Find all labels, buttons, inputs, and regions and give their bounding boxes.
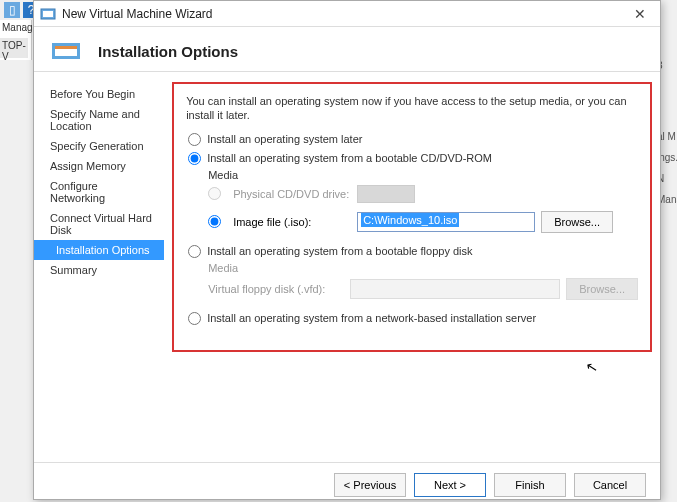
step-configure-networking[interactable]: Configure Networking bbox=[34, 176, 164, 208]
radio-install-floppy[interactable] bbox=[188, 245, 201, 258]
wizard-main: You can install an operating system now … bbox=[164, 72, 660, 462]
svg-rect-1 bbox=[43, 11, 53, 17]
radio-install-network[interactable] bbox=[188, 312, 201, 325]
intro-text: You can install an operating system now … bbox=[186, 94, 638, 123]
page-title: Installation Options bbox=[98, 43, 238, 60]
wizard-icon bbox=[40, 6, 56, 22]
label-install-later: Install an operating system later bbox=[207, 133, 362, 145]
step-summary[interactable]: Summary bbox=[34, 260, 164, 280]
close-button[interactable]: ✕ bbox=[626, 3, 654, 25]
media-label: Media bbox=[208, 169, 638, 181]
step-specify-generation[interactable]: Specify Generation bbox=[34, 136, 164, 156]
label-install-cddvd: Install an operating system from a boota… bbox=[207, 152, 492, 164]
floppy-media-label: Media bbox=[208, 262, 638, 274]
dialog-title: New Virtual Machine Wizard bbox=[62, 7, 626, 21]
label-image-file: Image file (.iso): bbox=[233, 216, 351, 228]
bg-window-fragment2: TOP-V bbox=[0, 38, 28, 58]
label-physical-drive: Physical CD/DVD drive: bbox=[233, 188, 351, 200]
step-before-you-begin[interactable]: Before You Begin bbox=[34, 84, 164, 104]
step-assign-memory[interactable]: Assign Memory bbox=[34, 156, 164, 176]
finish-button[interactable]: Finish bbox=[494, 473, 566, 497]
wizard-dialog: New Virtual Machine Wizard ✕ Installatio… bbox=[33, 0, 661, 500]
radio-install-cddvd[interactable] bbox=[188, 152, 201, 165]
bg-app-icon: ▯ bbox=[4, 2, 20, 18]
physical-drive-combo bbox=[357, 185, 415, 203]
step-installation-options[interactable]: Installation Options bbox=[34, 240, 164, 260]
label-vfd: Virtual floppy disk (.vfd): bbox=[208, 283, 344, 295]
wizard-header: Installation Options bbox=[34, 27, 660, 71]
step-specify-name[interactable]: Specify Name and Location bbox=[34, 104, 164, 136]
vfd-path-input bbox=[350, 279, 560, 299]
browse-iso-button[interactable]: Browse... bbox=[541, 211, 613, 233]
label-install-network: Install an operating system from a netwo… bbox=[207, 312, 536, 324]
label-install-floppy: Install an operating system from a boota… bbox=[207, 245, 472, 257]
header-icon bbox=[52, 41, 80, 61]
browse-vfd-button: Browse... bbox=[566, 278, 638, 300]
titlebar: New Virtual Machine Wizard ✕ bbox=[34, 1, 660, 27]
radio-install-later[interactable] bbox=[188, 133, 201, 146]
radio-image-file[interactable] bbox=[208, 215, 221, 228]
cancel-button[interactable]: Cancel bbox=[574, 473, 646, 497]
radio-physical-drive bbox=[208, 187, 221, 200]
previous-button[interactable]: < Previous bbox=[334, 473, 406, 497]
iso-path-input[interactable]: C:\Windows_10.iso bbox=[357, 212, 535, 232]
highlighted-region: You can install an operating system now … bbox=[172, 82, 652, 352]
wizard-footer: < Previous Next > Finish Cancel bbox=[34, 462, 660, 502]
next-button[interactable]: Next > bbox=[414, 473, 486, 497]
svg-rect-4 bbox=[55, 46, 77, 49]
wizard-steps: Before You Begin Specify Name and Locati… bbox=[34, 72, 164, 462]
step-connect-vhd[interactable]: Connect Virtual Hard Disk bbox=[34, 208, 164, 240]
